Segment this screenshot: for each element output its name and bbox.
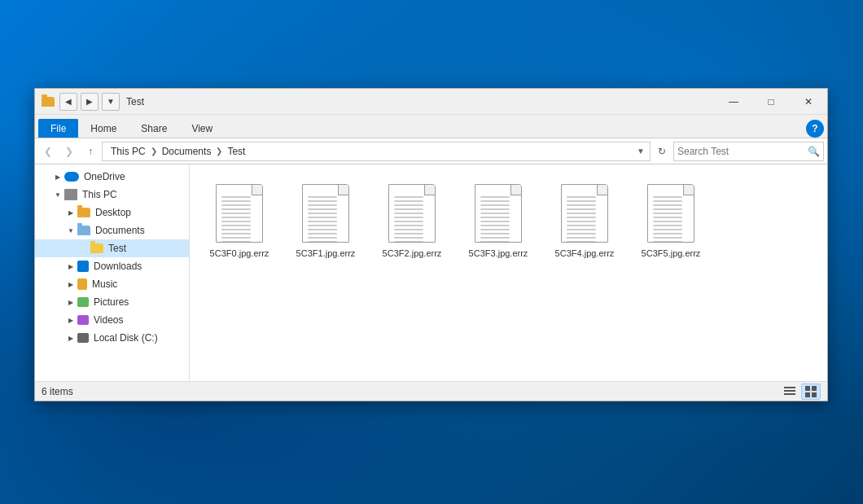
search-icon[interactable]: 🔍 — [808, 146, 820, 157]
search-input[interactable] — [677, 146, 804, 157]
expand-documents[interactable]: ▼ — [64, 224, 77, 237]
downloads-icon — [77, 261, 89, 272]
sidebar-label-desktop: Desktop — [95, 207, 131, 218]
files-grid: 5C3F0.jpg.errz 5C3F1.jpg.errz 5C3F2.jpg.… — [190, 164, 827, 277]
search-box[interactable]: 🔍 — [673, 142, 824, 161]
large-icons-view-button[interactable] — [801, 383, 821, 400]
breadcrumb-this-pc[interactable]: This PC — [107, 144, 149, 159]
sidebar-item-local-disk[interactable]: ▶ Local Disk (C:) — [35, 329, 189, 347]
sidebar-label-videos: Videos — [94, 314, 123, 326]
help-button[interactable]: ? — [806, 120, 824, 138]
items-count: 6 items — [42, 386, 73, 397]
sidebar: ▶ OneDrive ▼ This PC ▶ Desktop ▼ — [35, 164, 190, 381]
expand-downloads[interactable]: ▶ — [64, 260, 77, 273]
breadcrumb-sep-1: ❯ — [151, 147, 157, 156]
breadcrumb-sep-2: ❯ — [216, 147, 222, 156]
onedrive-icon — [64, 172, 79, 182]
expand-test — [77, 242, 90, 255]
minimize-button[interactable]: — — [715, 89, 752, 115]
file-explorer-window: ◀ ▶ ▼ Test — □ ✕ File Home Share View ? … — [34, 88, 828, 401]
tab-file[interactable]: File — [38, 119, 78, 138]
expand-this-pc[interactable]: ▼ — [51, 188, 64, 201]
local-disk-icon — [77, 333, 89, 343]
up-button[interactable]: ↑ — [81, 142, 100, 161]
close-button[interactable]: ✕ — [790, 89, 827, 115]
file-icon — [300, 182, 352, 244]
sidebar-label-documents: Documents — [95, 225, 145, 236]
file-item[interactable]: 5C3F2.jpg.errz — [375, 177, 449, 264]
main-area: ▶ OneDrive ▼ This PC ▶ Desktop ▼ — [35, 164, 827, 381]
sidebar-item-downloads[interactable]: ▶ Downloads — [35, 257, 189, 275]
svg-rect-5 — [805, 392, 810, 397]
view-buttons — [780, 383, 821, 400]
file-name: 5C3F2.jpg.errz — [383, 248, 442, 259]
sidebar-label-pictures: Pictures — [94, 296, 129, 308]
refresh-button[interactable]: ↻ — [652, 142, 672, 161]
svg-rect-6 — [812, 392, 817, 397]
svg-rect-0 — [784, 387, 795, 388]
file-name: 5C3F1.jpg.errz — [296, 248, 356, 259]
tab-view[interactable]: View — [179, 119, 225, 138]
sidebar-item-pictures[interactable]: ▶ Pictures — [35, 293, 189, 311]
sidebar-item-documents[interactable]: ▼ Documents — [35, 221, 189, 239]
sidebar-item-this-pc[interactable]: ▼ This PC — [35, 186, 189, 204]
expand-pictures[interactable]: ▶ — [64, 296, 77, 309]
quick-btn-1[interactable]: ◀ — [59, 93, 77, 111]
file-item[interactable]: 5C3F3.jpg.errz — [462, 177, 535, 264]
sidebar-item-test[interactable]: Test — [35, 239, 189, 257]
file-name: 5C3F5.jpg.errz — [642, 248, 701, 259]
file-item[interactable]: 5C3F1.jpg.errz — [289, 177, 362, 264]
address-box[interactable]: This PC ❯ Documents ❯ Test ▼ — [102, 142, 651, 161]
address-bar: ❮ ❯ ↑ This PC ❯ Documents ❯ Test ▼ ↻ 🔍 — [35, 138, 827, 164]
music-icon — [77, 278, 87, 290]
svg-rect-2 — [784, 393, 795, 395]
quick-btn-3[interactable]: ▼ — [102, 93, 120, 111]
title-bar: ◀ ▶ ▼ Test — □ ✕ — [35, 89, 827, 115]
status-bar: 6 items — [35, 381, 827, 401]
file-name: 5C3F4.jpg.errz — [555, 248, 615, 259]
sidebar-label-music: Music — [92, 278, 117, 290]
file-icon — [472, 182, 524, 244]
ribbon: File Home Share View ? — [35, 115, 827, 138]
quick-access-toolbar: ◀ ▶ ▼ — [59, 93, 120, 111]
file-icon — [386, 182, 438, 244]
file-icon — [213, 182, 265, 244]
sidebar-item-desktop[interactable]: ▶ Desktop — [35, 204, 189, 221]
forward-button[interactable]: ❯ — [59, 142, 79, 161]
sidebar-label-this-pc: This PC — [82, 189, 117, 200]
sidebar-item-onedrive[interactable]: ▶ OneDrive — [35, 168, 189, 186]
svg-rect-1 — [784, 390, 795, 392]
expand-desktop[interactable]: ▶ — [64, 206, 77, 219]
tab-share[interactable]: Share — [129, 119, 179, 138]
expand-onedrive[interactable]: ▶ — [51, 170, 64, 183]
window-controls: — □ ✕ — [715, 89, 827, 115]
svg-rect-3 — [805, 386, 810, 391]
window-title: Test — [126, 96, 715, 107]
file-name: 5C3F0.jpg.errz — [210, 248, 269, 259]
file-item[interactable]: 5C3F0.jpg.errz — [203, 177, 276, 264]
sidebar-label-test: Test — [108, 243, 126, 254]
address-dropdown-arrow[interactable]: ▼ — [637, 147, 645, 156]
ribbon-tabs: File Home Share View ? — [35, 115, 827, 138]
sidebar-label-local-disk: Local Disk (C:) — [94, 332, 158, 344]
back-button[interactable]: ❮ — [38, 142, 58, 161]
breadcrumb-documents[interactable]: Documents — [159, 144, 215, 159]
file-item[interactable]: 5C3F5.jpg.errz — [634, 177, 707, 264]
sidebar-item-music[interactable]: ▶ Music — [35, 275, 189, 293]
file-item[interactable]: 5C3F4.jpg.errz — [548, 177, 621, 264]
details-view-button[interactable] — [780, 383, 799, 400]
expand-local-disk[interactable]: ▶ — [64, 331, 77, 344]
sidebar-item-videos[interactable]: ▶ Videos — [35, 311, 189, 329]
expand-videos[interactable]: ▶ — [64, 313, 77, 327]
breadcrumb-test[interactable]: Test — [224, 144, 248, 159]
quick-btn-2[interactable]: ▶ — [81, 93, 99, 111]
expand-music[interactable]: ▶ — [64, 278, 77, 291]
maximize-button[interactable]: □ — [752, 89, 790, 115]
svg-rect-4 — [812, 386, 817, 391]
tab-home[interactable]: Home — [78, 119, 129, 138]
window-icon — [42, 95, 55, 108]
this-pc-icon — [64, 189, 77, 200]
desktop-icon — [77, 208, 90, 217]
videos-icon — [77, 315, 89, 325]
sidebar-label-downloads: Downloads — [94, 261, 142, 272]
